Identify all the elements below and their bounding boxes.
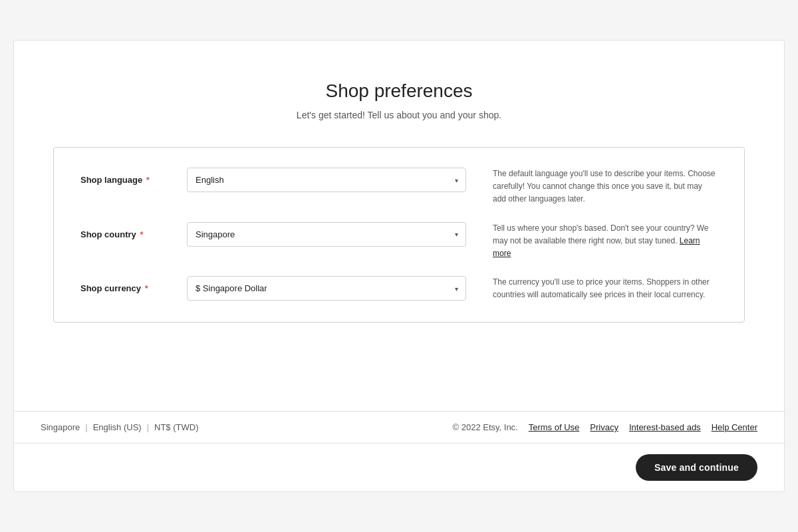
main-content: Shop preferences Let's get started! Tell… (14, 41, 784, 411)
shop-country-left: Shop country * Singapore United States U… (80, 222, 466, 247)
footer-right: © 2022 Etsy, Inc. Terms of Use Privacy I… (453, 422, 757, 432)
required-star-language: * (144, 175, 150, 185)
shop-language-select-wrapper: English French German Spanish Japanese C… (187, 168, 466, 192)
shop-currency-label: Shop currency * (80, 283, 187, 293)
shop-language-row: Shop language * English French German Sp… (80, 168, 718, 206)
footer-section: Singapore | English (US) | NT$ (TWD) © 2… (14, 412, 784, 443)
page-subtitle: Let's get started! Tell us about you and… (297, 110, 501, 120)
footer-copyright: © 2022 Etsy, Inc. (453, 422, 518, 432)
bottom-bar: Save and continue (14, 443, 784, 491)
page-title: Shop preferences (325, 80, 472, 102)
shop-country-info-text: Tell us where your shop's based. Don't s… (493, 222, 718, 261)
learn-more-link[interactable]: Learn more (493, 236, 700, 258)
footer-locale-currency: NT$ (TWD) (154, 422, 198, 432)
shop-currency-select-wrapper: $ Singapore Dollar $ US Dollar £ British… (187, 276, 466, 301)
shop-country-info: Tell us where your shop's based. Don't s… (466, 222, 718, 261)
footer-locale-region: Singapore (41, 422, 80, 432)
terms-of-use-link[interactable]: Terms of Use (529, 422, 580, 432)
shop-currency-select[interactable]: $ Singapore Dollar $ US Dollar £ British… (187, 276, 466, 301)
form-card: Shop language * English French German Sp… (53, 147, 745, 323)
privacy-link[interactable]: Privacy (590, 422, 618, 432)
footer-separator-2: | (147, 422, 149, 432)
shop-country-row: Shop country * Singapore United States U… (80, 222, 718, 261)
shop-language-info: The default language you'll use to descr… (466, 168, 718, 206)
shop-language-label: Shop language * (80, 175, 187, 185)
page-wrapper: Shop preferences Let's get started! Tell… (13, 40, 785, 492)
shop-currency-row: Shop currency * $ Singapore Dollar $ US … (80, 276, 718, 301)
footer-locale: Singapore | English (US) | NT$ (TWD) (41, 422, 198, 432)
help-center-link[interactable]: Help Center (712, 422, 757, 432)
shop-country-label: Shop country * (80, 229, 187, 239)
shop-currency-info-text: The currency you'll use to price your it… (493, 276, 718, 301)
shop-language-info-text: The default language you'll use to descr… (493, 168, 718, 206)
shop-language-select[interactable]: English French German Spanish Japanese C… (187, 168, 466, 192)
required-star-currency: * (142, 283, 148, 293)
interest-based-ads-link[interactable]: Interest-based ads (629, 422, 701, 432)
shop-currency-info: The currency you'll use to price your it… (466, 276, 718, 301)
shop-country-select-wrapper: Singapore United States United Kingdom A… (187, 222, 466, 247)
required-star-country: * (138, 229, 144, 239)
shop-country-select[interactable]: Singapore United States United Kingdom A… (187, 222, 466, 247)
footer-separator-1: | (85, 422, 87, 432)
save-continue-button[interactable]: Save and continue (636, 454, 757, 481)
shop-currency-left: Shop currency * $ Singapore Dollar $ US … (80, 276, 466, 301)
footer-locale-language: English (US) (93, 422, 142, 432)
shop-language-left: Shop language * English French German Sp… (80, 168, 466, 192)
